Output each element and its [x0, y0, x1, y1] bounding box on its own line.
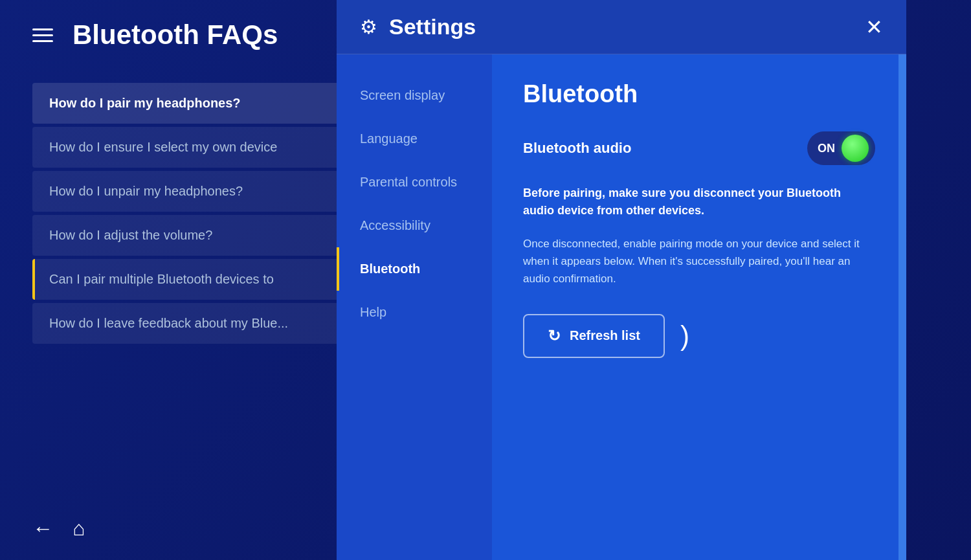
faq-item[interactable]: Can I pair multiple Bluetooth devices to	[32, 259, 369, 300]
settings-nav-item-help[interactable]: Help	[337, 291, 492, 334]
bluetooth-toggle[interactable]: ON	[807, 131, 875, 165]
bg-page-title: Bluetooth FAQs	[73, 19, 278, 50]
spinner-icon: )	[680, 320, 689, 352]
faq-item[interactable]: How do I leave feedback about my Blue...	[32, 303, 369, 344]
faq-item[interactable]: How do I adjust the volume?	[32, 215, 369, 256]
refresh-area: ↻ Refresh list )	[523, 314, 875, 358]
bottom-nav: ← ⌂	[32, 517, 85, 541]
settings-nav: Screen displayLanguageParental controlsA…	[337, 54, 492, 560]
hamburger-icon[interactable]	[32, 28, 53, 42]
scroll-indicator	[898, 54, 906, 560]
settings-content: Bluetooth Bluetooth audio ON Before pair…	[492, 54, 906, 560]
settings-title: Settings	[389, 14, 476, 39]
settings-nav-item-screen-display[interactable]: Screen display	[337, 74, 492, 117]
home-button[interactable]: ⌂	[73, 517, 85, 541]
settings-nav-item-bluetooth[interactable]: Bluetooth	[337, 247, 492, 291]
faq-item[interactable]: How do I pair my headphones?	[32, 83, 369, 124]
settings-header: ⚙ Settings ✕	[337, 0, 906, 54]
bluetooth-audio-row: Bluetooth audio ON	[523, 131, 875, 165]
refresh-icon: ↻	[548, 327, 561, 345]
bluetooth-heading: Bluetooth	[523, 80, 875, 108]
toggle-on-text: ON	[818, 142, 835, 155]
settings-overlay: ⚙ Settings ✕ Screen displayLanguageParen…	[337, 0, 906, 560]
refresh-button-label: Refresh list	[570, 328, 640, 343]
settings-body: Screen displayLanguageParental controlsA…	[337, 54, 906, 560]
faq-item[interactable]: How do I unpair my headphones?	[32, 171, 369, 212]
settings-nav-item-language[interactable]: Language	[337, 117, 492, 161]
close-button[interactable]: ✕	[865, 15, 883, 39]
toggle-circle-icon	[842, 135, 869, 162]
info-text: Once disconnected, enable pairing mode o…	[523, 235, 875, 288]
settings-header-left: ⚙ Settings	[360, 14, 476, 39]
bluetooth-audio-label: Bluetooth audio	[523, 140, 631, 157]
refresh-button[interactable]: ↻ Refresh list	[523, 314, 665, 358]
settings-nav-item-accessibility[interactable]: Accessibility	[337, 204, 492, 247]
gear-icon: ⚙	[360, 16, 377, 38]
settings-nav-item-parental-controls[interactable]: Parental controls	[337, 161, 492, 204]
faq-item[interactable]: How do I ensure I select my own device	[32, 127, 369, 168]
back-button[interactable]: ←	[32, 517, 53, 541]
warning-text: Before pairing, make sure you disconnect…	[523, 185, 875, 219]
